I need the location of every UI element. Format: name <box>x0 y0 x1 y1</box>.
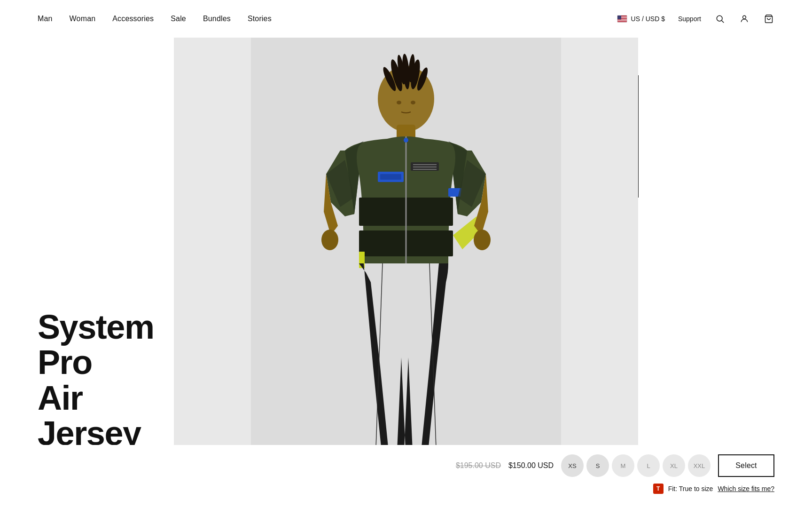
bottom-bar: $195.00 USD $150.00 USD XS S M L XL XXL … <box>0 445 812 508</box>
region-selector[interactable]: US / USD $ <box>617 15 665 23</box>
product-title-line2: Air Jersey <box>38 379 141 452</box>
product-image <box>174 38 638 508</box>
svg-rect-20 <box>380 174 401 180</box>
site-header: Man Woman Accessories Sale Bundles Stori… <box>0 0 812 38</box>
size-s[interactable]: S <box>586 454 609 477</box>
size-xs[interactable]: XS <box>561 454 584 477</box>
left-panel: System Pro Air Jersey <box>0 38 174 508</box>
svg-point-31 <box>474 230 491 250</box>
size-m[interactable]: M <box>612 454 634 477</box>
search-button[interactable] <box>714 13 726 24</box>
page-layout: System Pro Air Jersey <box>0 0 812 508</box>
cart-button[interactable] <box>763 13 774 24</box>
product-title: System Pro Air Jersey <box>38 310 174 452</box>
size-guide-link[interactable]: Which size fits me? <box>718 485 774 492</box>
size-price-row: $195.00 USD $150.00 USD XS S M L XL XXL … <box>456 454 774 477</box>
svg-point-27 <box>404 138 408 143</box>
size-l[interactable]: L <box>637 454 660 477</box>
nav-stories[interactable]: Stories <box>248 15 272 23</box>
header-right: US / USD $ Support <box>617 13 774 24</box>
svg-point-0 <box>717 16 722 21</box>
cart-icon <box>764 14 773 24</box>
vertical-divider <box>638 75 639 198</box>
main-nav: Man Woman Accessories Sale Bundles Stori… <box>38 15 272 23</box>
select-button[interactable]: Select <box>718 454 774 477</box>
us-flag-icon <box>617 15 627 23</box>
account-icon <box>740 14 749 24</box>
size-xl[interactable]: XL <box>663 454 685 477</box>
size-xxl[interactable]: XXL <box>688 454 710 477</box>
fit-badge: T <box>653 484 664 494</box>
product-image-area <box>174 38 638 508</box>
right-panel <box>638 38 812 508</box>
fit-text: Fit: True to size <box>668 485 713 492</box>
svg-point-13 <box>397 101 401 104</box>
price-current: $150.00 USD <box>508 461 554 470</box>
nav-accessories[interactable]: Accessories <box>112 15 154 23</box>
support-link[interactable]: Support <box>678 15 701 23</box>
region-label: US / USD $ <box>631 15 665 23</box>
nav-sale[interactable]: Sale <box>171 15 186 23</box>
svg-point-14 <box>411 101 415 104</box>
nav-woman[interactable]: Woman <box>70 15 96 23</box>
price-original: $195.00 USD <box>456 461 501 470</box>
fit-row: T Fit: True to size Which size fits me? <box>653 484 774 494</box>
svg-line-1 <box>722 21 724 23</box>
nav-man[interactable]: Man <box>38 15 53 23</box>
account-button[interactable] <box>739 13 750 24</box>
size-options: XS S M L XL XXL <box>561 454 710 477</box>
search-icon <box>715 14 725 24</box>
nav-bundles[interactable]: Bundles <box>203 15 231 23</box>
svg-point-30 <box>321 230 338 250</box>
svg-point-2 <box>743 16 746 19</box>
product-title-line1: System Pro <box>38 308 154 381</box>
